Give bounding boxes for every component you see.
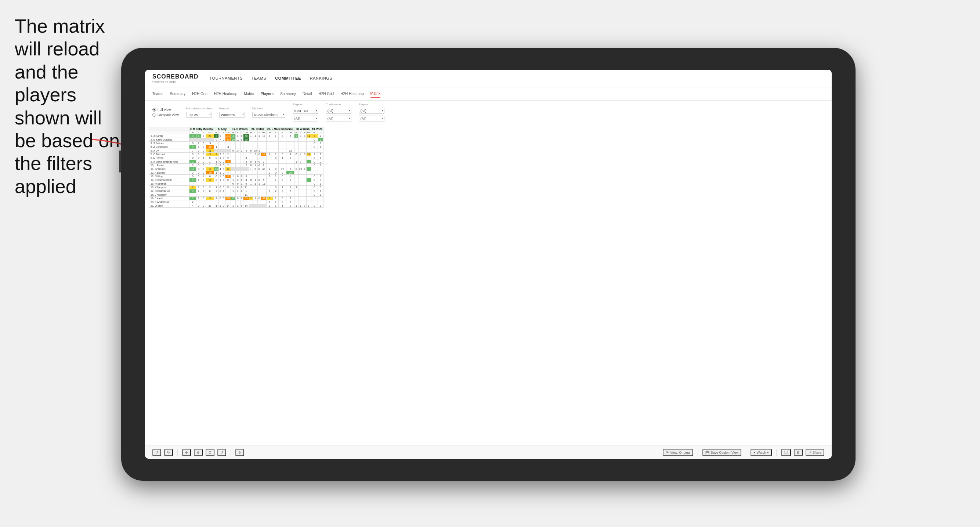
gender-select[interactable]: Women's (219, 112, 245, 118)
cell: 0 (206, 156, 214, 160)
sec-nav-summary[interactable]: Summary (170, 90, 185, 97)
cell (243, 145, 249, 149)
sec-nav-players[interactable]: Players (261, 90, 274, 97)
cell: 0 (222, 163, 225, 167)
fit-button[interactable]: ⊡ (205, 449, 215, 456)
cell (298, 197, 303, 200)
undo-button[interactable]: ↺ (153, 449, 161, 456)
cell (298, 156, 303, 160)
conf-select-wrapper[interactable]: (All) (326, 107, 352, 114)
cell (294, 175, 299, 178)
cell: 4 (286, 153, 294, 156)
nav-tournaments[interactable]: TOURNAMENTS (210, 75, 243, 83)
save-custom-label: Save Custom View (711, 451, 738, 454)
cell: 10 (235, 138, 240, 142)
secondary-nav: Teams Summary H2H Grid H2H Heatmap Matri… (145, 87, 832, 100)
cell: 24 (306, 153, 311, 156)
full-view-label: Full View (158, 108, 171, 111)
grid-button[interactable]: ⊞ (794, 449, 803, 456)
region-sub-select[interactable]: (All) (293, 116, 318, 121)
watch-icon: ● (753, 451, 755, 454)
nav-rankings[interactable]: RANKINGS (310, 75, 332, 83)
cell: 1 (318, 189, 323, 193)
cell: 0 (278, 197, 286, 200)
cell: 0 (189, 142, 196, 145)
clock-button[interactable]: ⊙ (235, 449, 244, 456)
players-select[interactable]: (All) (359, 108, 385, 114)
player-name: 2. M Kelly Mulcahy (149, 138, 189, 142)
cell: 0 (214, 175, 219, 178)
division-select-wrapper[interactable]: NCAA Division II (252, 111, 285, 118)
cell: 3 (243, 156, 249, 160)
cell (278, 149, 286, 153)
compact-view-option[interactable]: Compact View (153, 113, 179, 117)
players-sub-select[interactable]: (All) (359, 116, 385, 121)
zoom-button[interactable]: ⊕ (182, 449, 191, 456)
sub-w1: W (189, 131, 196, 134)
cell (273, 149, 279, 153)
sec-nav-teams[interactable]: Teams (153, 90, 163, 97)
sec-nav-detail[interactable]: Detail (302, 90, 312, 97)
compact-view-radio[interactable] (153, 113, 156, 117)
cell: 0 (219, 134, 222, 138)
conference-select[interactable]: (All) (326, 108, 352, 114)
division-select[interactable]: NCAA Division II (252, 112, 285, 118)
cell (219, 145, 222, 149)
full-view-option[interactable]: Full View (153, 108, 179, 111)
reset-button[interactable]: ↺ (217, 449, 226, 456)
cell: 1 (273, 178, 279, 182)
cell: 1 (318, 142, 323, 145)
redo-button[interactable]: ↻ (164, 449, 173, 456)
sec-nav-h2h-heatmap2[interactable]: H2H Heatmap (340, 90, 364, 97)
watch-button[interactable]: ● Watch ▾ (751, 449, 772, 456)
cell: 1 (231, 189, 235, 193)
cell (294, 163, 299, 167)
cell: 4 (225, 171, 231, 175)
cell: 20 (298, 167, 303, 171)
cell (303, 182, 306, 186)
cell: 3 (214, 134, 219, 138)
cell: 0 (273, 171, 279, 175)
sub-w7: W (311, 131, 318, 134)
comment-button[interactable]: 💬 (781, 449, 791, 456)
max-players-select-wrapper[interactable]: Top 25 (186, 111, 212, 118)
view-original-button[interactable]: 👁 View: Original (663, 449, 693, 456)
region-sub-wrapper[interactable]: (All) (293, 114, 318, 121)
cell: 0 (235, 175, 240, 178)
sec-nav-matrix2[interactable]: Matrix (371, 90, 380, 98)
region-select[interactable]: East - DII (293, 108, 318, 114)
cell (298, 163, 303, 167)
cell: 1 (196, 186, 201, 189)
share-button[interactable]: ↗ Share (806, 449, 824, 456)
conf-sub-wrapper[interactable]: (All) (326, 114, 352, 121)
save-custom-button[interactable]: 💾 Save Custom View (702, 449, 741, 456)
table-row: 20. E Andersson 2 0108 (149, 200, 323, 204)
max-players-select[interactable]: Top 25 (186, 112, 212, 118)
cell (278, 160, 286, 163)
nav-committee[interactable]: COMMITTEE (275, 75, 301, 83)
sec-nav-matrix[interactable]: Matrix (244, 90, 254, 97)
nav-teams[interactable]: TEAMS (251, 75, 266, 83)
cell: 1 (214, 145, 219, 149)
conference-sub-select[interactable]: (All) (326, 116, 352, 121)
player-name: 15. H Stranda (149, 182, 189, 186)
full-view-radio[interactable] (153, 108, 156, 111)
sec-nav-h2h-grid[interactable]: H2H Grid (192, 90, 207, 97)
cell: 0 (318, 160, 323, 163)
cell: 2 (286, 197, 294, 200)
cell: 0 (214, 178, 219, 182)
cell (240, 167, 243, 171)
cell (258, 200, 261, 204)
sec-nav-h2h-heatmap[interactable]: H2H Heatmap (214, 90, 237, 97)
players-select-wrapper[interactable]: (All) (359, 107, 385, 114)
cell (231, 145, 235, 149)
cell (261, 175, 266, 178)
sec-nav-summary2[interactable]: Summary (280, 90, 296, 97)
players-sub-wrapper[interactable]: (All) (359, 114, 385, 121)
cell: 0 (278, 175, 286, 178)
sub-t2: T (222, 131, 225, 134)
zoom-out-button[interactable]: ⊖ (194, 449, 203, 456)
region-select-wrapper[interactable]: East - DII (293, 107, 318, 114)
sec-nav-h2h-grid2[interactable]: H2H Grid (319, 90, 334, 97)
gender-select-wrapper[interactable]: Women's (219, 111, 245, 118)
